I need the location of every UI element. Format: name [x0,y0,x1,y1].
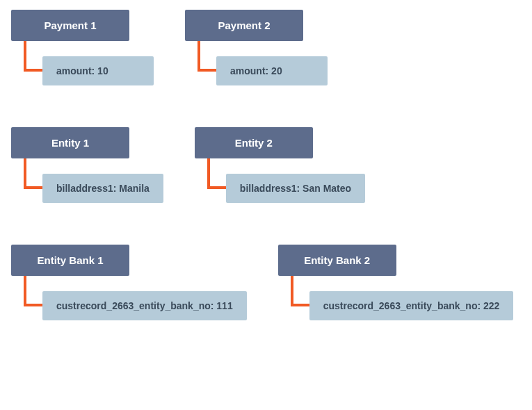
tree-payment-1: Payment 1 amount: 10 [11,10,154,85]
connector-line [11,174,42,203]
parent-node: Entity 2 [195,127,313,158]
child-wrap: amount: 10 [11,41,154,85]
tree-entity-bank-1: Entity Bank 1 custrecord_2663_entity_ban… [11,245,247,320]
tree-entity-bank-2: Entity Bank 2 custrecord_2663_entity_ban… [278,245,514,320]
connector-line [185,56,216,85]
parent-node: Entity Bank 2 [278,245,396,276]
diagram-row: Entity Bank 1 custrecord_2663_entity_ban… [11,245,521,320]
child-wrap: billaddress1: Manila [11,158,163,203]
connector-line [195,174,226,203]
tree-payment-2: Payment 2 amount: 20 [185,10,328,85]
child-wrap: custrecord_2663_entity_bank_no: 222 [278,276,514,320]
parent-node: Entity Bank 1 [11,245,129,276]
child-wrap: billaddress1: San Mateo [195,158,365,203]
connector-line [11,291,42,320]
connector-line [278,291,309,320]
diagram-row: Entity 1 billaddress1: Manila Entity 2 b… [11,127,521,203]
child-node: amount: 10 [42,56,154,85]
child-node: custrecord_2663_entity_bank_no: 111 [42,291,247,320]
child-node: billaddress1: Manila [42,174,163,203]
child-wrap: custrecord_2663_entity_bank_no: 111 [11,276,247,320]
parent-node: Payment 2 [185,10,303,41]
parent-node: Payment 1 [11,10,129,41]
child-node: amount: 20 [216,56,328,85]
child-wrap: amount: 20 [185,41,328,85]
tree-entity-2: Entity 2 billaddress1: San Mateo [195,127,365,203]
diagram-row: Payment 1 amount: 10 Payment 2 amount: 2… [11,10,521,85]
connector-line [11,56,42,85]
child-node: billaddress1: San Mateo [226,174,365,203]
child-node: custrecord_2663_entity_bank_no: 222 [309,291,514,320]
tree-entity-1: Entity 1 billaddress1: Manila [11,127,163,203]
parent-node: Entity 1 [11,127,129,158]
